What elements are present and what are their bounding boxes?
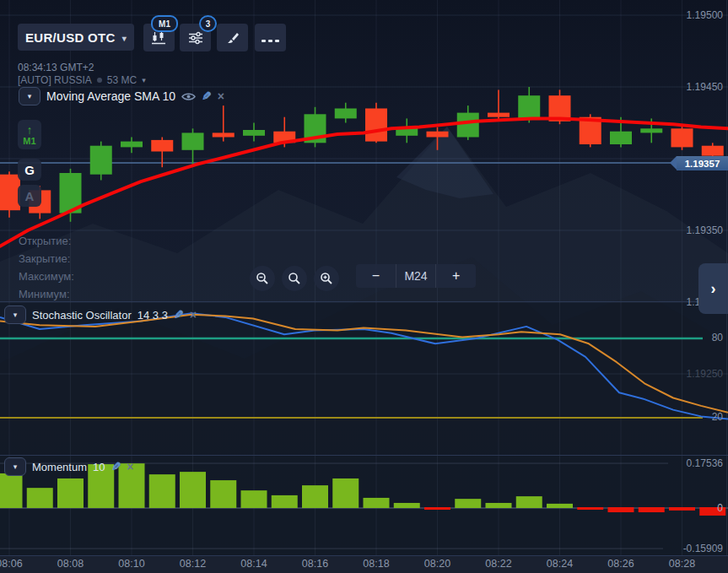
ping-label: 53 MC <box>107 74 137 86</box>
momentum-bar <box>57 478 84 508</box>
eye-icon[interactable] <box>181 92 196 101</box>
ohlc-close-label: Закрытие: <box>19 252 70 265</box>
stochastic-indicator-label: Stochastic Oscillator <box>32 309 132 322</box>
sma-indicator-label: Moving Average SMA 10 <box>46 89 175 103</box>
caret-down-icon: ▾ <box>13 462 18 471</box>
timeframe-label: M1 <box>23 136 35 146</box>
momentum-collapse-button[interactable]: ▾ <box>4 457 26 476</box>
candle <box>243 130 265 136</box>
brush-icon <box>225 30 240 46</box>
momentum-bar <box>27 488 53 508</box>
sliders-icon <box>188 31 203 45</box>
candle <box>427 132 449 138</box>
chevron-right-icon: › <box>711 280 716 298</box>
asset-pair-label: EUR/USD OTC <box>25 30 116 45</box>
candle <box>213 132 235 137</box>
remove-icon[interactable]: × <box>127 460 133 473</box>
stochastic-indicator-header: ▾ Stochastic Oscillator 14 3 3 ✎ × <box>4 305 197 324</box>
candle <box>335 109 357 119</box>
stochastic-params: 14 3 3 <box>138 309 168 322</box>
candle <box>640 128 662 132</box>
momentum-bar <box>241 490 267 508</box>
momentum-bar <box>547 504 573 508</box>
grid-toggle-button[interactable]: G <box>18 159 41 181</box>
magnifier-minus-icon <box>256 272 269 285</box>
stochastic-panel-divider <box>0 301 728 302</box>
interval-value: M24 <box>396 264 437 288</box>
momentum-params: 10 <box>93 461 105 473</box>
interval-stepper: − M24 + <box>356 264 476 288</box>
caret-down-icon: ▾ <box>13 311 18 319</box>
remove-icon[interactable]: × <box>190 308 197 322</box>
trading-chart-screen: 08:0608:0808:1008:1208:1408:1608:1808:20… <box>0 0 728 573</box>
timeframe-up-button[interactable]: ↑ M1 <box>18 120 41 149</box>
momentum-bar <box>0 473 23 508</box>
zoom-out-button[interactable] <box>250 266 275 291</box>
edit-icon[interactable]: ✎ <box>111 460 121 473</box>
server-status-row[interactable]: [AUTO] RUSSIA 53 MC ▾ <box>18 74 146 86</box>
edit-icon[interactable]: ✎ <box>174 308 184 322</box>
momentum-bar <box>699 507 725 516</box>
interval-decrease-button[interactable]: − <box>356 264 396 288</box>
drawing-tools-button[interactable] <box>217 24 248 51</box>
momentum-bar <box>455 499 481 508</box>
caret-down-icon: ▾ <box>122 34 127 43</box>
asset-selector-button[interactable]: EUR/USD OTC ▾ <box>18 24 134 51</box>
stochastic-collapse-button[interactable]: ▾ <box>4 305 26 324</box>
momentum-bar <box>577 507 603 510</box>
momentum-bar <box>669 507 695 511</box>
momentum-indicator-header: ▾ Momentum 10 ✎ × <box>4 457 133 476</box>
sma-collapse-button[interactable]: ▾ <box>19 87 40 105</box>
chart-timeframe-badge: M1 <box>151 15 178 32</box>
ohlc-low-label: Минимум: <box>19 288 70 300</box>
candle <box>702 146 724 156</box>
candle <box>610 132 632 144</box>
time-axis-bar <box>0 555 728 573</box>
magnifier-icon <box>288 272 301 285</box>
momentum-bar <box>332 478 359 508</box>
zoom-reset-button[interactable] <box>282 266 307 291</box>
candle <box>90 146 112 175</box>
momentum-bar <box>486 503 512 508</box>
candle <box>671 128 693 147</box>
candle <box>457 113 479 138</box>
magnifier-plus-icon <box>320 272 333 285</box>
candle <box>365 109 387 142</box>
momentum-bar <box>639 507 665 512</box>
up-arrow-icon: ↑ <box>27 124 33 136</box>
ohlc-open-label: Открытие: <box>19 235 71 247</box>
candlestick-chart-icon <box>151 30 168 46</box>
sma-indicator-header: ▾ Moving Average SMA 10 ✎ × <box>19 87 224 105</box>
candle <box>121 142 143 148</box>
momentum-bar <box>608 507 634 512</box>
zoom-in-button[interactable] <box>314 266 339 291</box>
momentum-bar <box>180 472 206 508</box>
expand-panel-button[interactable]: › <box>698 263 728 314</box>
current-price-tag: 1.19357 <box>677 156 728 170</box>
ping-dot-icon <box>97 78 102 83</box>
indicators-count-badge: 3 <box>199 15 217 32</box>
server-clock: 08:34:13 GMT+2 <box>18 62 94 73</box>
momentum-bar <box>149 474 175 508</box>
momentum-bar <box>394 503 420 508</box>
caret-down-icon: ▾ <box>28 92 32 100</box>
candle <box>488 113 510 117</box>
momentum-bar <box>210 480 236 508</box>
candle <box>182 132 204 149</box>
candle <box>518 95 540 120</box>
momentum-indicator-label: Momentum <box>32 461 87 473</box>
momentum-bar <box>424 507 450 510</box>
caret-down-icon: ▾ <box>142 76 146 84</box>
remove-icon[interactable]: × <box>218 89 224 103</box>
stochastic-line <box>0 313 728 419</box>
momentum-bar <box>364 498 390 508</box>
momentum-bar <box>302 485 328 508</box>
auto-toggle-button[interactable]: A <box>18 185 41 207</box>
candle <box>151 140 173 152</box>
interval-increase-button[interactable]: + <box>436 264 476 288</box>
edit-icon[interactable]: ✎ <box>202 89 212 103</box>
momentum-bar <box>516 496 542 508</box>
more-options-button[interactable] <box>255 24 286 51</box>
server-name-label: [AUTO] RUSSIA <box>18 74 92 86</box>
momentum-bar <box>272 495 298 508</box>
